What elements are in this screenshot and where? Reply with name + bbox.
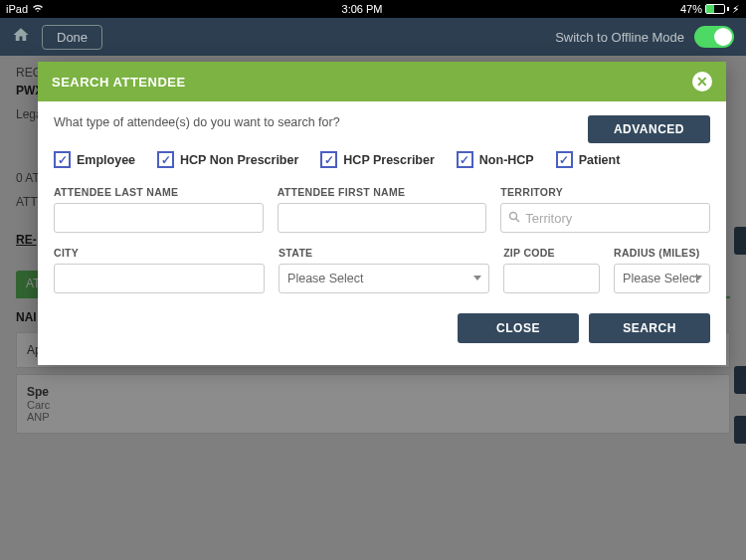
label-territory: TERRITORY: [500, 186, 710, 198]
check-hcp-non-prescriber[interactable]: ✓ HCP Non Prescriber: [157, 151, 298, 168]
search-icon: [508, 211, 520, 226]
zip-input[interactable]: [503, 264, 600, 293]
search-button[interactable]: SEARCH: [589, 313, 710, 343]
checkbox-icon: ✓: [157, 151, 174, 168]
status-right: 47% ⚡︎: [680, 3, 740, 16]
carrier-label: iPad: [6, 3, 28, 15]
check-non-hcp[interactable]: ✓ Non-HCP: [457, 151, 534, 168]
chevron-down-icon: [473, 276, 481, 280]
check-patient[interactable]: ✓ Patient: [556, 151, 621, 168]
nav-bar: Done Switch to Offline Mode: [0, 18, 746, 56]
done-button[interactable]: Done: [42, 25, 102, 50]
status-left: iPad: [6, 3, 44, 15]
label-first-name: ATTENDEE FIRST NAME: [278, 186, 487, 198]
checkbox-icon: ✓: [54, 151, 71, 168]
status-time: 3:06 PM: [342, 3, 383, 15]
checkbox-icon: ✓: [320, 151, 337, 168]
close-button[interactable]: CLOSE: [458, 313, 579, 343]
search-attendee-modal: SEARCH ATTENDEE ✕ What type of attendee(…: [38, 62, 726, 365]
city-input[interactable]: [54, 264, 265, 293]
last-name-input[interactable]: [54, 203, 264, 233]
territory-input[interactable]: [500, 203, 710, 233]
label-state: STATE: [279, 247, 489, 259]
label-last-name: ATTENDEE LAST NAME: [54, 186, 264, 198]
battery-pct: 47%: [680, 3, 702, 15]
label-city: CITY: [54, 247, 265, 259]
modal-title: SEARCH ATTENDEE: [52, 75, 186, 90]
attendee-type-checks: ✓ Employee ✓ HCP Non Prescriber ✓ HCP Pr…: [54, 151, 710, 168]
radius-select[interactable]: Please Select: [614, 264, 710, 293]
svg-point-0: [510, 213, 517, 220]
label-radius: RADIUS (MILES): [614, 247, 710, 259]
check-hcp-prescriber[interactable]: ✓ HCP Prescriber: [320, 151, 435, 168]
home-icon[interactable]: [12, 26, 30, 49]
close-icon[interactable]: ✕: [692, 72, 712, 92]
search-prompt: What type of attendee(s) do you want to …: [54, 115, 340, 129]
state-select[interactable]: Please Select: [279, 264, 489, 293]
checkbox-icon: ✓: [457, 151, 473, 168]
label-zip: ZIP CODE: [503, 247, 600, 259]
modal-header: SEARCH ATTENDEE ✕: [38, 62, 726, 101]
chevron-down-icon: [694, 276, 702, 280]
status-bar: iPad 3:06 PM 47% ⚡︎: [0, 0, 746, 18]
offline-toggle[interactable]: [694, 26, 734, 48]
check-employee[interactable]: ✓ Employee: [54, 151, 135, 168]
battery-icon: [705, 4, 729, 14]
svg-line-1: [516, 219, 520, 223]
offline-label: Switch to Offline Mode: [555, 30, 684, 45]
wifi-icon: [32, 3, 44, 15]
checkbox-icon: ✓: [556, 151, 573, 168]
first-name-input[interactable]: [278, 203, 487, 233]
charging-icon: ⚡︎: [732, 3, 740, 16]
advanced-button[interactable]: ADVANCED: [588, 115, 710, 143]
